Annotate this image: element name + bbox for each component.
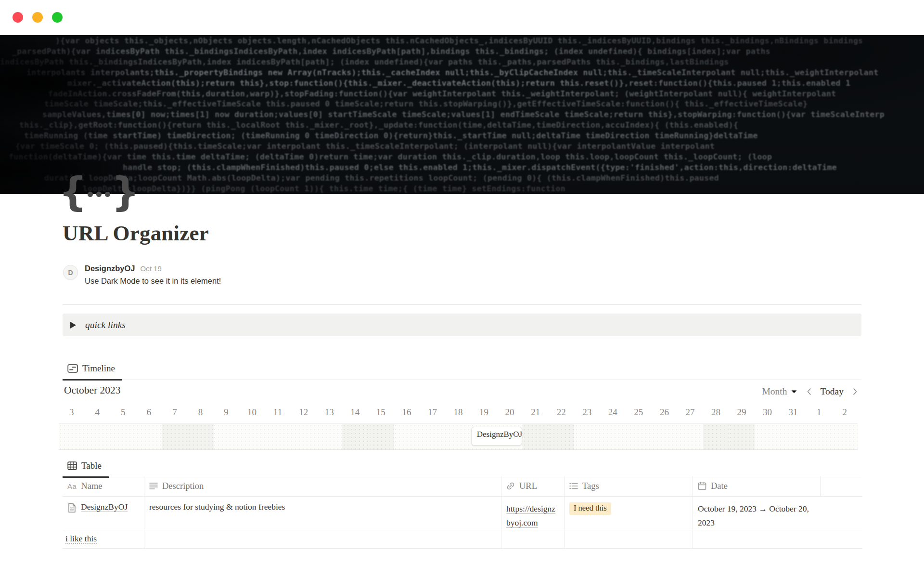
timeline-date-label: 19 — [471, 405, 497, 420]
banner-code-line: interpolants interpolants;this._property… — [0, 67, 924, 78]
timeline-date-label: 21 — [523, 405, 549, 420]
timeline-date-label: 26 — [652, 405, 678, 420]
column-header-name[interactable]: Aa Name — [63, 476, 144, 496]
tag-pill[interactable]: I need this — [569, 502, 611, 515]
quick-links-toggle[interactable]: quick links — [63, 314, 861, 336]
timeline-dates-row: 3456789101112131415161718192021222324252… — [59, 405, 858, 420]
url-link[interactable]: https://designzbyoj.com — [506, 504, 555, 527]
minimize-window-icon[interactable] — [32, 12, 43, 23]
cell-date[interactable] — [693, 530, 821, 548]
chevron-right-icon — [853, 388, 858, 395]
timeline-date-label: 8 — [188, 405, 214, 420]
brace-left-glyph: { — [59, 170, 87, 214]
comment-date: Oct 19 — [141, 264, 162, 273]
close-window-icon[interactable] — [13, 12, 23, 23]
timeline-right-controls: Month Today — [762, 386, 858, 397]
table-view-tabbar: Table — [63, 455, 861, 477]
column-header-url[interactable]: URL — [501, 476, 565, 496]
bulleted-list-icon — [569, 482, 578, 490]
page-link[interactable]: DesignzByOJ — [81, 502, 128, 512]
timeline-view-tabbar: Timeline — [63, 357, 861, 380]
comment-author: DesignzbyOJ — [85, 264, 135, 273]
timeline-date-label: 2 — [832, 405, 858, 420]
column-label: Name — [81, 481, 102, 491]
cell-spacer — [821, 530, 862, 548]
banner-code-line: mixer._activateAction(this);return this}… — [0, 78, 924, 89]
calendar-icon — [698, 482, 706, 490]
weekend-shade-band — [188, 424, 214, 449]
timeline-date-label: 4 — [85, 405, 111, 420]
comment-block: D DesignzbyOJ Oct 19 Use Dark Mode to se… — [63, 264, 221, 286]
timeline-date-label: 13 — [316, 405, 342, 420]
timeline-zoom-select[interactable]: Month — [762, 386, 797, 397]
weekend-shade-band — [703, 424, 729, 449]
page-icon[interactable]: { } — [59, 170, 140, 214]
zoom-window-icon[interactable] — [52, 12, 63, 23]
banner-code-line: timeRunning (time startTime) timeDirecti… — [0, 131, 924, 141]
timeline-date-label: 7 — [162, 405, 188, 420]
column-header-tags[interactable]: Tags — [565, 476, 693, 496]
comment-text[interactable]: Use Dark Mode to see it in its element! — [85, 276, 221, 286]
timeline-item-card[interactable]: DesignzByOJ — [471, 427, 522, 446]
cell-description[interactable]: resources for studying & notion freebies — [144, 496, 501, 530]
banner-code-line: this._clip},getRoot:function(){return th… — [0, 120, 924, 131]
timeline-date-label: 24 — [600, 405, 626, 420]
column-label: URL — [519, 481, 537, 491]
cell-spacer — [821, 496, 862, 530]
timeline-date-label: 11 — [265, 405, 291, 420]
notion-app-window: { "window": { "traffic_light_colors": {"… — [0, 0, 924, 578]
table-view-icon — [67, 461, 77, 470]
previous-month-button[interactable] — [807, 388, 811, 395]
table-row: DesignzByOJ resources for studying & not… — [63, 496, 862, 530]
cell-date[interactable]: October 19, 2023 → October 20, 2023 — [693, 496, 821, 530]
table-row: i like this — [63, 530, 862, 549]
tab-timeline[interactable]: Timeline — [63, 357, 122, 381]
page-title[interactable]: URL Organizer — [63, 221, 209, 246]
weekend-shade-band — [548, 424, 574, 449]
cell-name[interactable]: i like this — [63, 530, 144, 548]
column-label: Date — [711, 481, 728, 491]
timeline-date-label: 29 — [729, 405, 755, 420]
banner-code-line: function(deltaTime){var time this.time d… — [0, 152, 924, 162]
chevron-down-icon — [791, 390, 797, 394]
timeline-body[interactable]: DesignzByOJ — [59, 423, 858, 450]
cell-url[interactable]: https://designzbyoj.com — [501, 496, 565, 530]
tab-table[interactable]: Table — [63, 455, 109, 478]
timeline-date-label: 10 — [239, 405, 265, 420]
cell-name[interactable]: DesignzByOJ — [63, 496, 144, 530]
timeline-date-label: 16 — [394, 405, 420, 420]
brace-right-glyph: } — [111, 170, 139, 214]
timeline-date-label: 28 — [703, 405, 729, 420]
timeline-item-title: DesignzByOJ — [477, 430, 522, 439]
toggle-label: quick links — [85, 320, 126, 330]
cell-tags[interactable] — [565, 530, 693, 548]
banner-code-line: ){var objects this._objects,nObjects obj… — [0, 36, 924, 46]
weekend-shade-band — [342, 424, 368, 449]
date-range-text: October 19, 2023 → October 20, 2023 — [698, 502, 816, 530]
timeline-zoom-value: Month — [762, 386, 787, 397]
banner-code-line: sampleValues,times[0] now;times[1] now d… — [0, 109, 924, 120]
table-header-row: Aa Name Description URL Tags — [63, 476, 862, 497]
column-header-description[interactable]: Description — [144, 476, 501, 496]
weekend-shade-band — [368, 424, 394, 449]
timeline-date-label: 27 — [677, 405, 703, 420]
cell-description[interactable] — [144, 530, 501, 548]
column-header-date[interactable]: Date — [693, 476, 821, 496]
page-link[interactable]: i like this — [65, 534, 97, 543]
comment-header: DesignzbyOJ Oct 19 — [85, 264, 221, 273]
weekend-shade-band — [162, 424, 188, 449]
cell-url[interactable] — [501, 530, 565, 548]
cell-tags[interactable]: I need this — [565, 496, 693, 530]
banner-code-line: {var timeScale 0; (this.paused){this.tim… — [0, 141, 924, 152]
today-button[interactable]: Today — [821, 386, 844, 397]
window-titlebar — [0, 0, 924, 35]
banner-code-line: _parsedPath){var indicesByPath this._bin… — [0, 46, 924, 57]
toggle-triangle-icon[interactable] — [70, 322, 76, 328]
timeline-date-label: 17 — [420, 405, 446, 420]
timeline-date-label: 1 — [806, 405, 832, 420]
timeline-date-label: 3 — [59, 405, 85, 420]
dots-glyph — [88, 192, 110, 197]
next-month-button[interactable] — [853, 388, 858, 395]
timeline-date-label: 12 — [291, 405, 317, 420]
timeline-date-label: 22 — [548, 405, 574, 420]
